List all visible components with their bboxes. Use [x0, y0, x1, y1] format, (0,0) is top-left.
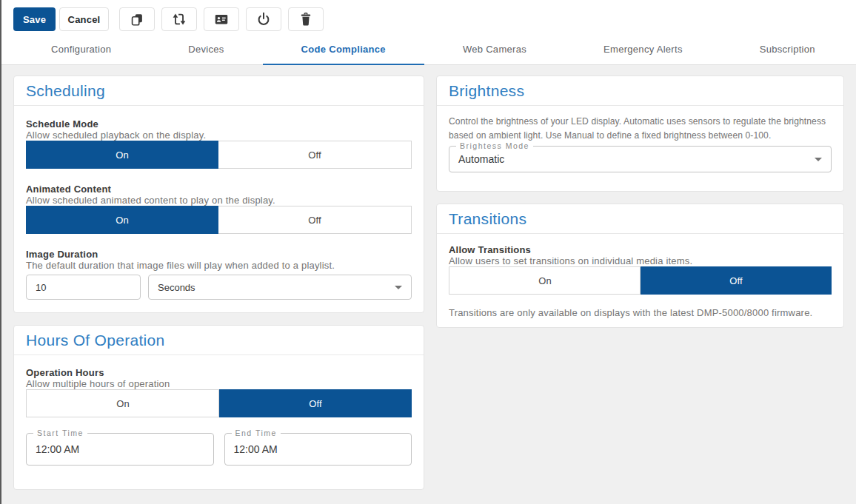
schedule-mode-label: Schedule Mode	[26, 118, 412, 130]
delete-button[interactable]	[288, 7, 324, 31]
schedule-mode-off[interactable]: Off	[218, 141, 411, 168]
tab-emergency-alerts[interactable]: Emergency Alerts	[565, 38, 721, 65]
operation-hours-off[interactable]: Off	[218, 389, 412, 417]
allow-transitions-toggle: On Off	[449, 266, 832, 295]
operation-hours-on[interactable]: On	[27, 390, 219, 417]
image-duration-section: Image Duration The default duration that…	[26, 249, 412, 300]
animated-content-label: Animated Content	[26, 184, 412, 195]
tab-code-compliance[interactable]: Code Compliance	[263, 38, 424, 65]
brightness-mode-value: Automatic	[458, 153, 504, 165]
brightness-mode-label: Brightess Mode	[456, 141, 533, 151]
tab-web-cameras[interactable]: Web Cameras	[424, 38, 565, 65]
power-button[interactable]	[246, 7, 281, 31]
content-area: Scheduling Schedule Mode Allow scheduled…	[1, 65, 856, 504]
dropdown-caret-icon	[815, 158, 822, 161]
schedule-mode-section: Schedule Mode Allow scheduled playback o…	[26, 118, 412, 169]
transitions-card: Transitions Allow Transitions Allow user…	[436, 204, 844, 328]
animated-content-description: Allow scheduled animated content to play…	[26, 195, 412, 206]
start-time-field[interactable]: Start Time 12:00 AM	[26, 433, 214, 466]
animated-content-toggle: On Off	[26, 206, 412, 234]
tab-bar: Configuration Devices Code Compliance We…	[1, 38, 856, 65]
schedule-mode-on[interactable]: On	[26, 141, 218, 169]
trash-icon	[298, 11, 314, 27]
brightness-mode-select[interactable]: Brightess Mode Automatic	[449, 146, 832, 172]
animated-content-off[interactable]: Off	[218, 206, 411, 233]
image-duration-label: Image Duration	[26, 249, 412, 260]
contact-card-button[interactable]	[204, 7, 239, 31]
copy-button[interactable]	[119, 7, 155, 31]
tab-devices[interactable]: Devices	[150, 38, 262, 65]
start-time-label: Start Time	[33, 428, 87, 438]
tab-configuration[interactable]: Configuration	[13, 38, 150, 65]
sync-button[interactable]	[161, 7, 197, 31]
image-duration-unit-select[interactable]: Seconds	[148, 275, 412, 300]
sync-icon	[171, 11, 187, 27]
end-time-label: End Time	[232, 428, 281, 438]
scheduling-title: Scheduling	[14, 76, 424, 106]
end-time-field[interactable]: End Time 12:00 AM	[224, 433, 412, 466]
animated-content-section: Animated Content Allow scheduled animate…	[26, 184, 412, 234]
image-duration-unit-value: Seconds	[158, 282, 195, 293]
copy-icon	[129, 11, 145, 27]
hours-card: Hours Of Operation Operation Hours Allow…	[13, 325, 424, 490]
transitions-title: Transitions	[437, 204, 843, 234]
hours-title: Hours Of Operation	[14, 326, 424, 355]
image-duration-description: The default duration that image files wi…	[26, 260, 412, 271]
image-duration-input[interactable]: 10	[26, 275, 141, 300]
allow-transitions-off[interactable]: Off	[640, 266, 832, 295]
start-time-value: 12:00 AM	[36, 443, 79, 455]
power-icon	[255, 11, 272, 27]
cancel-button[interactable]: Cancel	[59, 7, 109, 31]
allow-transitions-section: Allow Transitions Allow users to set tra…	[449, 244, 832, 318]
scheduling-card: Scheduling Schedule Mode Allow scheduled…	[13, 75, 424, 313]
brightness-description: Control the brightness of your LED displ…	[449, 115, 832, 143]
schedule-mode-toggle: On Off	[26, 141, 412, 169]
save-button[interactable]: Save	[13, 7, 56, 31]
end-time-value: 12:00 AM	[234, 443, 278, 455]
operation-hours-section: Operation Hours Allow multiple hours of …	[26, 367, 412, 417]
toolbar: Save Cancel	[1, 0, 856, 38]
brightness-card: Brightness Control the brightness of you…	[436, 75, 844, 192]
tab-subscription[interactable]: Subscription	[721, 38, 854, 65]
allow-transitions-on[interactable]: On	[449, 267, 641, 294]
operation-hours-description: Allow multiple hours of operation	[26, 378, 412, 389]
contact-card-icon	[213, 11, 230, 27]
operation-hours-label: Operation Hours	[26, 367, 412, 378]
allow-transitions-description: Allow users to set transitions on indivi…	[449, 255, 832, 266]
animated-content-on[interactable]: On	[26, 206, 218, 234]
transitions-note: Transitions are only available on displa…	[449, 307, 832, 318]
allow-transitions-label: Allow Transitions	[449, 244, 832, 255]
operation-hours-toggle: On Off	[26, 389, 412, 417]
dropdown-caret-icon	[395, 286, 402, 289]
brightness-title: Brightness	[437, 76, 843, 106]
schedule-mode-description: Allow scheduled playback on the display.	[26, 130, 412, 141]
